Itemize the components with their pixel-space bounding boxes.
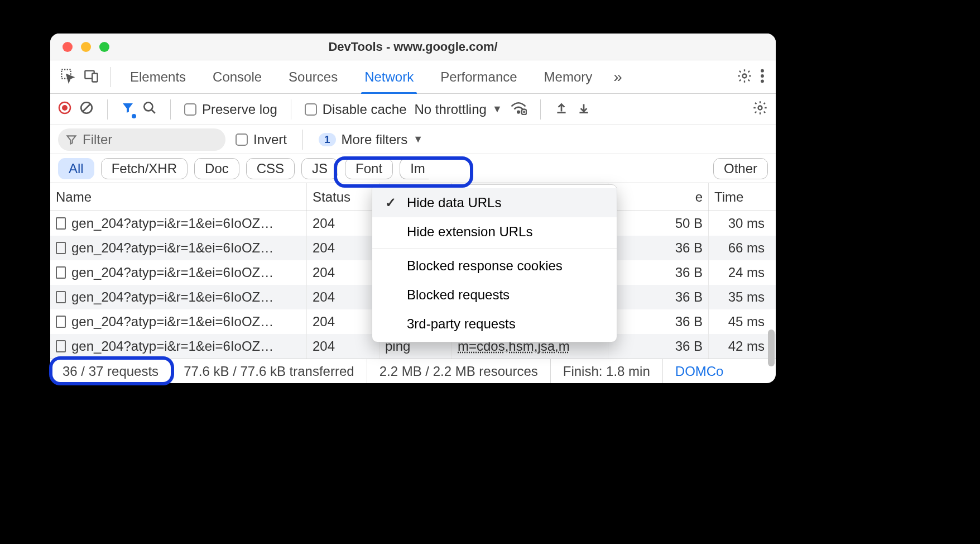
tab-sources[interactable]: Sources [275, 60, 351, 93]
cell-name: gen_204?atyp=i&r=1&ei=6IoOZ… [50, 260, 307, 285]
more-filters-dropdown: ✓Hide data URLsHide extension URLsBlocke… [372, 184, 617, 342]
chip-img[interactable]: Im [400, 158, 429, 179]
status-bar: 36 / 37 requests 77.6 kB / 77.6 kB trans… [50, 359, 776, 383]
download-har-icon[interactable] [577, 101, 591, 118]
inspect-element-icon[interactable] [60, 68, 76, 86]
throttling-select[interactable]: No throttling ▼ [414, 102, 502, 117]
dropdown-item[interactable]: Blocked response cookies [372, 251, 617, 280]
cell-status: 204 [307, 334, 379, 359]
network-conditions-icon[interactable] [510, 101, 527, 118]
clear-button[interactable] [79, 101, 94, 118]
cell-size: 36 B [608, 309, 709, 334]
col-size[interactable]: e [608, 183, 709, 211]
chip-font[interactable]: Font [345, 158, 393, 179]
cell-status: 204 [307, 260, 379, 285]
svg-point-5 [761, 74, 764, 78]
status-finish: Finish: 1.8 min [551, 359, 663, 383]
record-button[interactable] [58, 101, 71, 118]
chip-css[interactable]: CSS [246, 158, 295, 179]
cell-status: 204 [307, 236, 379, 260]
cell-name: gen_204?atyp=i&r=1&ei=6IoOZ… [50, 309, 307, 334]
chip-fetch-xhr[interactable]: Fetch/XHR [101, 158, 188, 179]
dropdown-item[interactable]: 3rd-party requests [372, 309, 617, 338]
upload-har-icon[interactable] [554, 101, 569, 118]
cell-time: 24 ms [709, 260, 770, 285]
tab-elements[interactable]: Elements [117, 60, 199, 93]
more-filters-count-badge: 1 [319, 133, 336, 146]
svg-point-4 [761, 69, 764, 72]
chip-doc[interactable]: Doc [194, 158, 239, 179]
dropdown-item-label: 3rd-party requests [407, 316, 516, 332]
dropdown-item[interactable]: ✓Hide data URLs [372, 188, 617, 217]
filter-placeholder: Filter [83, 132, 112, 147]
tab-memory[interactable]: Memory [531, 60, 606, 93]
svg-point-15 [758, 106, 762, 109]
status-resources: 2.2 MB / 2.2 MB resources [367, 359, 551, 383]
cell-size: 50 B [608, 211, 709, 236]
file-icon [56, 316, 66, 328]
scrollbar-thumb[interactable] [768, 330, 775, 366]
separator [111, 67, 111, 87]
invert-checkbox[interactable]: Invert [236, 132, 287, 147]
zoom-window-button[interactable] [99, 42, 109, 52]
status-domcontent[interactable]: DOMCo [663, 359, 732, 383]
cell-name: gen_204?atyp=i&r=1&ei=6IoOZ… [50, 285, 307, 309]
dropdown-item-label: Blocked response cookies [407, 258, 563, 274]
window-controls [50, 42, 109, 52]
network-settings-icon[interactable] [752, 100, 768, 119]
separator [170, 99, 171, 120]
file-icon [56, 217, 66, 230]
chip-js[interactable]: JS [301, 158, 338, 179]
tabs-overflow-button[interactable]: » [606, 68, 630, 86]
dropdown-item[interactable]: Blocked requests [372, 280, 617, 309]
separator [302, 130, 303, 150]
col-name[interactable]: Name [50, 183, 307, 211]
svg-point-8 [62, 105, 68, 111]
minimize-window-button[interactable] [81, 42, 91, 52]
disable-cache-checkbox[interactable]: Disable cache [305, 102, 407, 117]
chip-other[interactable]: Other [713, 158, 768, 179]
separator [107, 99, 108, 120]
tab-network[interactable]: Network [351, 60, 427, 93]
more-options-icon[interactable] [760, 68, 765, 86]
cell-time: 66 ms [709, 236, 770, 260]
separator [291, 99, 291, 120]
disable-cache-label: Disable cache [323, 102, 407, 117]
tab-console[interactable]: Console [199, 60, 275, 93]
status-transferred: 77.6 kB / 77.6 kB transferred [171, 359, 367, 383]
svg-line-12 [151, 109, 155, 113]
window-title: DevTools - www.google.com/ [50, 40, 776, 54]
more-filters-button[interactable]: 1 More filters ▼ [319, 132, 423, 147]
cell-time: 45 ms [709, 309, 770, 334]
settings-icon[interactable] [737, 68, 752, 86]
device-toolbar-icon[interactable] [84, 68, 99, 86]
dropdown-separator [372, 249, 617, 249]
cell-size: 36 B [608, 260, 709, 285]
more-filters-label: More filters [342, 132, 408, 147]
tab-performance[interactable]: Performance [427, 60, 530, 93]
cell-time: 35 ms [709, 285, 770, 309]
svg-point-3 [743, 74, 747, 78]
preserve-log-checkbox[interactable]: Preserve log [184, 102, 277, 117]
cell-name: gen_204?atyp=i&r=1&ei=6IoOZ… [50, 211, 307, 236]
filter-toggle-icon[interactable] [121, 101, 134, 118]
cell-size: 36 B [608, 236, 709, 260]
search-icon[interactable] [142, 101, 157, 118]
col-time[interactable]: Time [709, 183, 770, 211]
dropdown-item-label: Hide extension URLs [407, 224, 532, 240]
panel-tabs: Elements Console Sources Network Perform… [50, 60, 776, 94]
cell-name: gen_204?atyp=i&r=1&ei=6IoOZ… [50, 236, 307, 260]
cell-name: gen_204?atyp=i&r=1&ei=6IoOZ… [50, 334, 307, 359]
svg-line-10 [83, 104, 90, 111]
dropdown-item[interactable]: Hide extension URLs [372, 217, 617, 246]
invert-label: Invert [253, 132, 287, 147]
dropdown-item-label: Hide data URLs [407, 195, 501, 211]
chip-all[interactable]: All [58, 158, 94, 179]
close-window-button[interactable] [63, 42, 73, 52]
cell-size: 36 B [608, 285, 709, 309]
col-status[interactable]: Status [307, 183, 379, 211]
devtools-window: DevTools - www.google.com/ Elements Cons… [50, 34, 776, 383]
cell-size: 36 B [608, 334, 709, 359]
filter-input[interactable]: Filter [58, 128, 225, 151]
file-icon [56, 340, 66, 352]
